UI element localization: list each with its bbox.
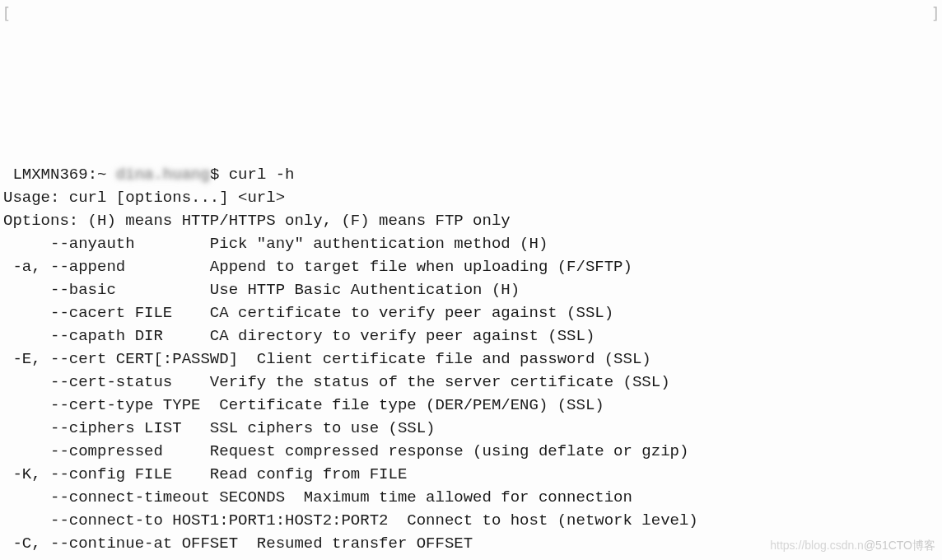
terminal-output[interactable]: LMXMN369:~ dina.huang$ curl -h Usage: cu… [0, 161, 942, 560]
path: ~ [97, 166, 106, 184]
host: LMXMN369 [12, 166, 87, 184]
usage-line: Usage: curl [options...] <url> [3, 189, 285, 207]
prompt-line: LMXMN369:~ dina.huang$ curl -h [3, 166, 295, 184]
command: curl -h [229, 166, 295, 184]
censored-user: dina.huang [116, 166, 210, 184]
options-header: Options: (H) means HTTP/HTTPS only, (F) … [3, 212, 511, 230]
left-bracket-decoration: [ [2, 2, 11, 25]
option-list: --anyauth Pick "any" authentication meth… [3, 235, 698, 560]
right-bracket-decoration: ] [931, 2, 940, 25]
prompt-suffix: $ [210, 166, 219, 184]
